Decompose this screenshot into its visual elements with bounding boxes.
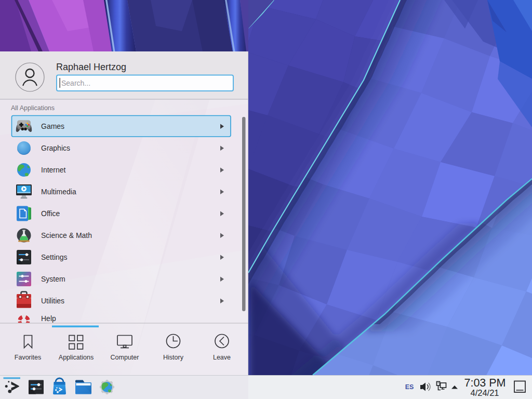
svg-text:Science & Math: Science & Math: [41, 231, 92, 240]
svg-text:ES: ES: [405, 383, 414, 391]
svg-text:Raphael Hertzog: Raphael Hertzog: [56, 62, 126, 72]
svg-text:All Applications: All Applications: [11, 104, 55, 112]
svg-text:Leave: Leave: [213, 354, 231, 361]
svg-text:Utilities: Utilities: [41, 297, 64, 305]
svg-text:4/24/21: 4/24/21: [470, 388, 499, 397]
svg-text:Office: Office: [41, 209, 60, 218]
svg-text:History: History: [163, 354, 184, 361]
svg-text:Games: Games: [41, 122, 64, 130]
svg-text:Search...: Search...: [61, 79, 90, 87]
svg-text:Multimedia: Multimedia: [41, 188, 76, 196]
svg-text:System: System: [41, 275, 65, 283]
svg-text:Graphics: Graphics: [41, 144, 70, 152]
svg-text:Applications: Applications: [59, 354, 94, 361]
svg-text:Help: Help: [41, 314, 56, 323]
svg-text:Internet: Internet: [41, 166, 66, 174]
svg-text:Settings: Settings: [41, 253, 68, 261]
svg-text:7:03 PM: 7:03 PM: [464, 377, 506, 389]
svg-text:Favorites: Favorites: [15, 354, 41, 361]
svg-text:Computer: Computer: [111, 354, 139, 361]
